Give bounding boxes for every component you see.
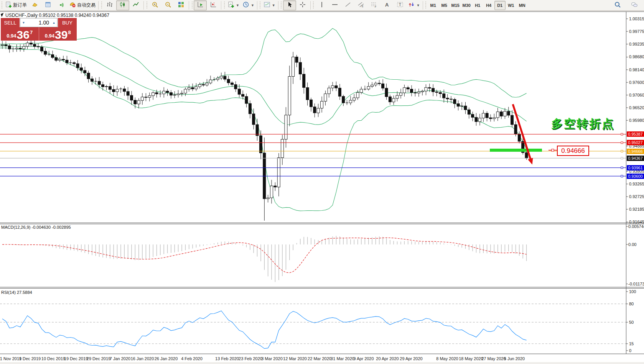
sell-quote[interactable]: 0.94 36 7	[1, 27, 39, 41]
mt4-window: 新订单自动交易▼▼▼EFAT▼M1M5M15M30H1H4D1W1MN USDC…	[0, 0, 644, 364]
volume-value[interactable]: 1.00	[27, 20, 51, 26]
buy-button[interactable]: BUY	[58, 18, 77, 27]
volume-up-icon[interactable]: ▲	[51, 18, 57, 27]
chart-canvas[interactable]	[0, 0, 644, 364]
buy-quote[interactable]: 0.94 39 8	[39, 27, 77, 41]
sell-button[interactable]: SELL	[1, 18, 20, 27]
sell-price-base: 0.94	[7, 33, 16, 39]
one-click-trading-panel: SELL ▼ 1.00 ▲ BUY 0.94 36 7 0.94 39 8	[1, 18, 77, 41]
buy-price-base: 0.94	[45, 33, 54, 39]
sell-price-pip: 7	[30, 30, 33, 35]
sell-price-big: 36	[17, 30, 30, 40]
buy-price-pip: 8	[68, 30, 71, 35]
volume-stepper[interactable]: ▼ 1.00 ▲	[20, 18, 58, 27]
volume-down-icon[interactable]: ▼	[20, 18, 27, 27]
buy-price-big: 39	[55, 30, 68, 40]
